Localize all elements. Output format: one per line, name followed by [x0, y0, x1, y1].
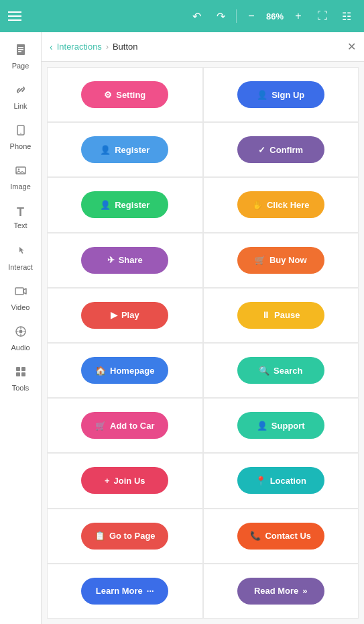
sidebar-item-image[interactable]: Image — [2, 158, 40, 196]
text-icon: T — [17, 205, 24, 219]
support-icon: 👤 — [257, 421, 267, 431]
panel-header: ‹ Interactions › Button ✕ — [42, 32, 364, 62]
grid-cell-join-us: + Join Us — [47, 453, 203, 508]
svg-rect-7 — [15, 288, 23, 295]
confirm-icon: ✓ — [258, 145, 265, 155]
image-icon — [14, 164, 27, 180]
pause-button[interactable]: ⏸ Pause — [237, 302, 324, 329]
grid-cell-confirm: ✓ Confirm — [203, 122, 359, 177]
sidebar-item-interact[interactable]: Interact — [2, 239, 40, 276]
read-more-button[interactable]: Read More » — [237, 578, 324, 605]
zoom-level: 86% — [266, 11, 284, 21]
sidebar-item-phone-label: Phone — [10, 142, 32, 150]
divider — [236, 9, 237, 23]
register-blue-icon: 👤 — [100, 145, 111, 155]
support-button[interactable]: 👤 Support — [237, 412, 324, 439]
read-more-icon: » — [302, 586, 307, 596]
register-green-button[interactable]: 👤 Register — [81, 191, 168, 218]
grid-cell-play: ▶ Play — [47, 288, 203, 343]
undo-button[interactable]: ↶ — [188, 7, 206, 25]
play-button[interactable]: ▶ Play — [81, 302, 168, 329]
interact-icon — [14, 244, 27, 261]
learn-more-icon: ··· — [147, 586, 154, 596]
grid-button[interactable]: ☷ — [337, 7, 356, 25]
grid-cell-homepage: 🏠 Homepage — [47, 343, 203, 398]
sidebar-item-audio[interactable]: Audio — [2, 319, 40, 357]
breadcrumb-interactions[interactable]: Interactions — [57, 42, 102, 52]
confirm-button[interactable]: ✓ Confirm — [237, 136, 324, 163]
grid-cell-pause: ⏸ Pause — [203, 288, 359, 343]
panel-close-button[interactable]: ✕ — [347, 40, 356, 53]
sidebar-item-text-label: Text — [13, 221, 27, 229]
fullscreen-button[interactable]: ⛶ — [313, 7, 332, 25]
add-to-cart-button[interactable]: 🛒 Add to Car — [81, 412, 168, 439]
grid-cell-register-blue: 👤 Register — [47, 122, 203, 177]
zoom-out-button[interactable]: − — [242, 7, 261, 25]
grid-cell-read-more: Read More » — [203, 564, 359, 619]
audio-icon — [14, 325, 27, 342]
sidebar-item-page-label: Page — [12, 62, 29, 70]
grid-cell-add-to-cart: 🛒 Add to Car — [47, 398, 203, 453]
learn-more-button[interactable]: Learn More ··· — [81, 578, 168, 605]
sidebar-item-image-label: Image — [10, 183, 31, 191]
svg-point-9 — [19, 330, 22, 333]
grid-cell-support: 👤 Support — [203, 398, 359, 453]
search-button[interactable]: 🔍 Search — [237, 357, 324, 384]
click-here-button[interactable]: ✋ Click Here — [237, 191, 324, 218]
homepage-icon: 🏠 — [95, 366, 106, 376]
sidebar-item-phone[interactable]: Phone — [2, 118, 40, 156]
breadcrumb-button: Button — [113, 42, 138, 52]
sidebar-item-page[interactable]: Page — [2, 38, 40, 75]
share-button[interactable]: ✈ Share — [81, 247, 168, 274]
share-icon: ✈ — [107, 255, 115, 265]
svg-rect-3 — [18, 51, 21, 52]
buy-now-button[interactable]: 🛒 Buy Now — [237, 247, 324, 274]
svg-point-6 — [17, 168, 19, 170]
register-green-icon: 👤 — [100, 200, 111, 210]
sidebar-item-interact-label: Interact — [8, 263, 33, 271]
setting-icon: ⚙ — [104, 90, 112, 100]
breadcrumb-separator: › — [106, 42, 109, 52]
svg-rect-13 — [21, 372, 25, 376]
toolbar: ↶ ↷ − 86% + ⛶ ☷ — [0, 0, 364, 32]
grid-cell-click-here: ✋ Click Here — [203, 177, 359, 232]
play-icon: ▶ — [111, 310, 117, 320]
svg-rect-11 — [21, 367, 25, 371]
grid-cell-buy-now: 🛒 Buy Now — [203, 233, 359, 288]
link-icon — [14, 83, 27, 100]
location-button[interactable]: 📍 Location — [237, 467, 324, 494]
grid-cell-share: ✈ Share — [47, 233, 203, 288]
svg-rect-1 — [18, 47, 23, 48]
back-arrow-icon[interactable]: ‹ — [50, 42, 53, 52]
sidebar-item-audio-label: Audio — [11, 344, 29, 352]
sidebar-item-text[interactable]: T Text — [2, 199, 40, 236]
add-to-cart-icon: 🛒 — [95, 421, 106, 431]
sidebar-item-tools[interactable]: Tools — [2, 360, 40, 397]
svg-rect-12 — [16, 372, 20, 376]
sidebar-item-link[interactable]: Link — [2, 78, 40, 115]
svg-rect-2 — [18, 49, 23, 50]
buttons-grid: ⚙ Setting 👤 Sign Up 👤 Register ✓ — [42, 62, 364, 624]
redo-button[interactable]: ↷ — [212, 7, 231, 25]
sidebar-item-video-label: Video — [11, 303, 30, 311]
pause-icon: ⏸ — [261, 310, 270, 320]
svg-rect-10 — [16, 367, 20, 371]
join-us-icon: + — [105, 476, 110, 486]
grid-cell-learn-more: Learn More ··· — [47, 564, 203, 619]
contact-us-button[interactable]: 📞 Contact Us — [237, 523, 324, 550]
hamburger-menu[interactable] — [8, 8, 24, 24]
sign-up-button[interactable]: 👤 Sign Up — [237, 81, 324, 108]
content-panel: ‹ Interactions › Button ✕ ⚙ Setting 👤 Si… — [42, 32, 364, 624]
search-icon: 🔍 — [259, 366, 269, 376]
grid-cell-signup: 👤 Sign Up — [203, 67, 359, 122]
go-to-page-button[interactable]: 📋 Go to Page — [81, 523, 168, 550]
homepage-button[interactable]: 🏠 Homepage — [81, 357, 168, 384]
sidebar-item-tools-label: Tools — [12, 384, 29, 392]
register-blue-button[interactable]: 👤 Register — [81, 136, 168, 163]
setting-button[interactable]: ⚙ Setting — [81, 81, 168, 108]
sidebar-item-video[interactable]: Video — [2, 279, 40, 317]
zoom-in-button[interactable]: + — [289, 7, 308, 25]
join-us-button[interactable]: + Join Us — [81, 467, 168, 494]
signup-icon: 👤 — [257, 90, 267, 100]
grid-cell-register-green: 👤 Register — [47, 177, 203, 232]
